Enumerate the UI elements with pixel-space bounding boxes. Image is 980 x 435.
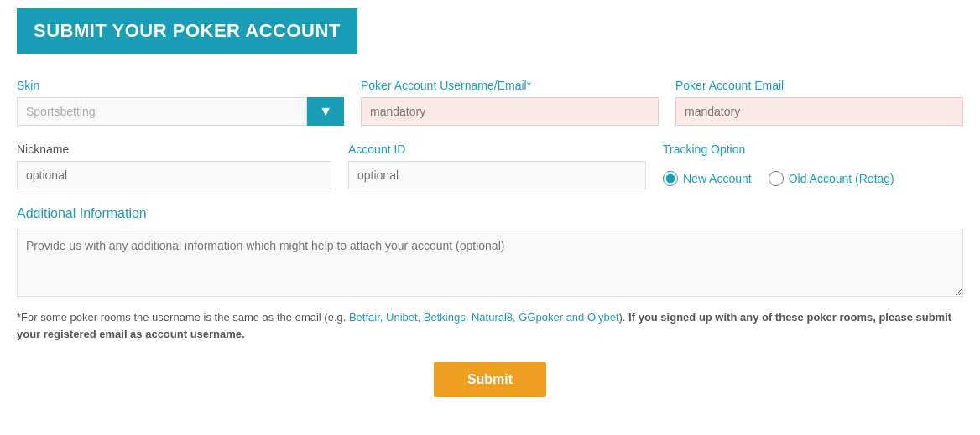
page-wrapper: SUBMIT YOUR POKER ACCOUNT Skin ▼ Poker A… <box>0 0 980 414</box>
email-group: Poker Account Email <box>675 79 963 126</box>
skin-wrapper: ▼ <box>17 97 344 126</box>
accountid-input[interactable] <box>348 161 646 189</box>
nickname-input[interactable] <box>17 161 331 189</box>
accountid-group: Account ID <box>348 142 646 189</box>
username-input[interactable] <box>361 97 659 126</box>
form-section: Skin ▼ Poker Account Username/Email* Pok… <box>17 79 963 397</box>
radio-old-account-label: Old Account (Retag) <box>789 172 894 185</box>
page-title: SUBMIT YOUR POKER ACCOUNT <box>17 8 357 54</box>
radio-old-account[interactable] <box>769 171 784 186</box>
submit-button[interactable]: Submit <box>434 362 546 397</box>
nickname-label: Nickname <box>17 142 331 156</box>
chevron-down-icon: ▼ <box>319 104 332 119</box>
additional-info-textarea[interactable] <box>17 230 963 297</box>
tracking-label: Tracking Option <box>663 142 963 156</box>
additional-info-label: Additional Information <box>17 206 963 221</box>
radio-option-old[interactable]: Old Account (Retag) <box>769 171 894 186</box>
submit-row: Submit <box>17 362 963 397</box>
disclaimer: *For some poker rooms the username is th… <box>17 309 963 342</box>
radio-option-new[interactable]: New Account <box>663 171 752 186</box>
email-input[interactable] <box>675 97 963 126</box>
skin-group: Skin ▼ <box>17 79 344 126</box>
nickname-group: Nickname <box>17 142 331 189</box>
tracking-options: New Account Old Account (Retag) <box>663 171 963 186</box>
radio-new-account[interactable] <box>663 171 678 186</box>
row-1: Skin ▼ Poker Account Username/Email* Pok… <box>17 79 963 126</box>
additional-info-section: Additional Information <box>17 206 963 299</box>
disclaimer-text-1: *For some poker rooms the username is th… <box>17 311 625 324</box>
username-label: Poker Account Username/Email* <box>361 79 659 92</box>
skin-label: Skin <box>17 79 344 92</box>
row-2: Nickname Account ID Tracking Option New … <box>17 142 963 189</box>
skin-dropdown-button[interactable]: ▼ <box>307 97 344 126</box>
username-group: Poker Account Username/Email* <box>361 79 659 126</box>
email-label: Poker Account Email <box>675 79 963 92</box>
radio-new-account-label: New Account <box>683 172 752 185</box>
tracking-group: Tracking Option New Account Old Account … <box>663 142 963 186</box>
accountid-label: Account ID <box>348 142 646 156</box>
skin-input[interactable] <box>17 97 307 126</box>
